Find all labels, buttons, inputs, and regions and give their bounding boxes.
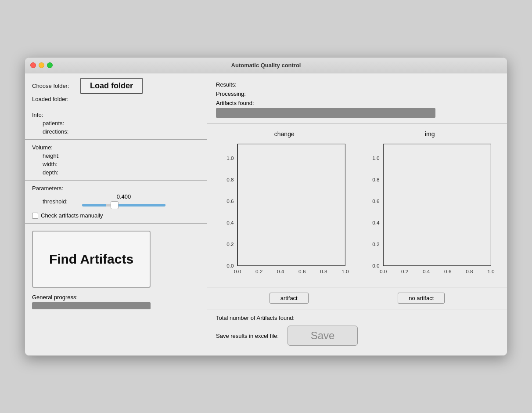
svg-text:0.4: 0.4 [226,220,234,225]
no-artifact-button[interactable]: no artifact [398,293,445,304]
info-header-row: Info: [32,112,200,118]
find-artifacts-button[interactable]: Find Artifacts [32,231,151,288]
depth-label: depth: [43,169,58,176]
svg-text:0.2: 0.2 [255,268,262,274]
threshold-row: threshold: 0.400 [32,193,200,210]
check-artifacts-label: Check artifacts manually [41,212,103,219]
save-button[interactable]: Save [288,326,358,346]
img-chart-title: img [362,130,499,138]
artifacts-bar-container [216,108,498,118]
svg-text:0.6: 0.6 [444,268,451,274]
volume-section: Volume: height: width: depth: [25,140,207,181]
svg-text:0.6: 0.6 [226,198,234,204]
results-section: Results: Processing: Artifacts found: [207,73,507,123]
svg-text:0.2: 0.2 [372,241,379,247]
directions-label: directions: [43,128,68,135]
charts-section: change 0.0 0.2 0.4 0.6 [207,123,507,287]
svg-text:0.2: 0.2 [226,241,234,247]
close-button[interactable] [30,62,36,68]
artifacts-found-label: Artifacts found: [216,100,254,106]
svg-text:1.0: 1.0 [226,155,234,161]
chart-buttons-row: artifact no artifact [207,287,507,309]
choose-folder-row: Choose folder: Load folder [32,78,200,94]
change-chart-area: 0.0 0.2 0.4 0.6 0.8 1.0 0.0 0.2 0.4 0.6 [216,139,353,280]
info-label: Info: [32,112,43,118]
svg-text:1.0: 1.0 [372,155,380,161]
svg-rect-14 [237,144,345,266]
change-chart-container: change 0.0 0.2 0.4 0.6 [216,130,353,280]
width-label: width: [43,161,58,167]
check-artifacts-row: Check artifacts manually [32,212,200,219]
general-progress-label: General progress: [32,294,200,301]
svg-text:0.8: 0.8 [372,177,380,182]
img-chart-area: 0.0 0.2 0.4 0.6 0.8 1.0 0.0 0.2 0.4 0.6 [362,139,499,280]
patients-label: patients: [43,120,64,127]
artifacts-bar [216,108,435,118]
svg-text:0.2: 0.2 [401,268,408,274]
total-artifacts-row: Total number of Artifacts found: [216,315,498,321]
parameters-label: Parameters: [32,185,63,192]
change-chart-svg: 0.0 0.2 0.4 0.6 0.8 1.0 0.0 0.2 0.4 0.6 [216,139,353,280]
progress-section: General progress: [25,290,207,316]
save-results-label: Save results in excel file: [216,333,279,339]
svg-text:0.4: 0.4 [277,268,284,274]
parameters-header-row: Parameters: [32,185,200,192]
svg-text:0.6: 0.6 [372,198,379,204]
charts-row: change 0.0 0.2 0.4 0.6 [216,130,498,280]
artifacts-found-row: Artifacts found: [216,100,498,106]
main-content: Choose folder: Load folder Loaded folder… [25,73,507,355]
artifact-button[interactable]: artifact [270,293,309,304]
img-chart-svg: 0.0 0.2 0.4 0.6 0.8 1.0 0.0 0.2 0.4 0.6 [362,139,499,280]
svg-text:1.0: 1.0 [341,268,349,274]
patients-row: patients: [32,120,200,127]
traffic-lights [30,62,53,68]
processing-label: Processing: [216,91,246,97]
loaded-folder-label: Loaded folder: [32,96,80,102]
svg-text:0.0: 0.0 [379,268,387,274]
processing-row: Processing: [216,91,498,97]
choose-folder-label: Choose folder: [32,83,80,89]
load-folder-button[interactable]: Load folder [80,78,143,94]
progress-bar-background [32,302,151,309]
height-row: height: [32,152,200,159]
svg-text:0.0: 0.0 [372,263,380,268]
info-section: Info: patients: directions: [25,107,207,140]
svg-text:0.6: 0.6 [298,268,306,274]
threshold-label: threshold: [43,198,82,205]
svg-text:0.4: 0.4 [372,220,380,225]
svg-text:0.8: 0.8 [226,177,234,182]
parameters-section: Parameters: threshold: 0.400 [25,181,207,224]
left-panel: Choose folder: Load folder Loaded folder… [25,73,207,355]
svg-text:0.4: 0.4 [423,268,430,274]
save-results-row: Save results in excel file: Save [216,326,498,346]
results-label: Results: [216,81,237,88]
maximize-button[interactable] [47,62,53,68]
results-header-row: Results: [216,81,498,88]
volume-label: Volume: [32,144,53,151]
window-title: Automatic Quality control [231,62,301,69]
bottom-section: Total number of Artifacts found: Save re… [207,309,507,355]
svg-text:0.8: 0.8 [320,268,327,274]
width-row: width: [32,161,200,167]
svg-text:0.0: 0.0 [234,268,241,274]
depth-row: depth: [32,169,200,176]
threshold-slider[interactable] [82,201,165,210]
svg-text:1.0: 1.0 [487,268,495,274]
svg-rect-29 [383,144,491,266]
choose-folder-section: Choose folder: Load folder Loaded folder… [25,73,207,107]
threshold-value: 0.400 [117,193,131,200]
total-artifacts-label: Total number of Artifacts found: [216,315,295,321]
app-window: Automatic Quality control Choose folder:… [25,57,507,356]
svg-text:0.0: 0.0 [226,263,234,268]
img-chart-container: img 0.0 0.2 0.4 0.6 [362,130,499,280]
minimize-button[interactable] [39,62,44,68]
right-panel: Results: Processing: Artifacts found: ch… [207,73,507,355]
change-chart-title: change [216,130,353,138]
directions-row: directions: [32,128,200,135]
loaded-folder-row: Loaded folder: [32,96,200,102]
titlebar: Automatic Quality control [25,58,507,73]
height-label: height: [43,152,60,159]
volume-header-row: Volume: [32,144,200,151]
svg-text:0.8: 0.8 [466,268,473,274]
check-artifacts-checkbox[interactable] [32,213,38,219]
